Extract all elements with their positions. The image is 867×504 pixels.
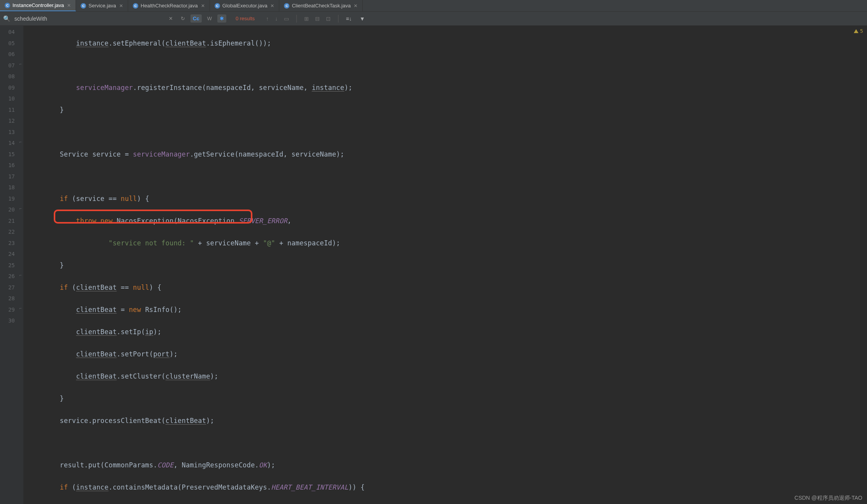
code-line: } (27, 260, 867, 271)
tab-label: HealthCheckReactor.java (141, 3, 198, 9)
settings-icon[interactable]: ≡↓ (344, 14, 354, 23)
tab-label: Service.java (88, 3, 116, 9)
code-line: clientBeat.setIp(ip); (27, 326, 867, 338)
editor: ⌐ ⌐ ⌐ ⌐ ⌐ 040506070809101112131415161718… (0, 26, 867, 504)
tab-label: ClientBeatCheckTask.java (292, 3, 351, 9)
tab-client-beat-check-task[interactable]: C ClientBeatCheckTask.java ✕ (279, 0, 363, 11)
results-count: 0 results (236, 16, 255, 21)
add-selection-icon[interactable]: ⊞ (302, 14, 311, 23)
warning-icon (854, 29, 858, 33)
close-icon[interactable]: ✕ (67, 3, 71, 8)
code-line: if (clientBeat == null) { (27, 282, 867, 293)
fold-end-icon[interactable]: ⌐ (18, 207, 22, 211)
code-line (27, 127, 867, 138)
tab-label: InstanceController.java (12, 2, 64, 8)
select-all-icon[interactable]: ▭ (282, 14, 291, 23)
code-line: service.processClientBeat(clientBeat); (27, 415, 867, 426)
code-line (27, 60, 867, 71)
tab-instance-controller[interactable]: C InstanceController.java ✕ (0, 0, 76, 11)
close-icon[interactable]: ✕ (201, 3, 205, 9)
java-class-icon: C (81, 3, 86, 9)
close-icon[interactable]: ✕ (119, 3, 123, 9)
prev-match-icon[interactable]: ↑ (264, 14, 271, 23)
java-class-icon: C (284, 3, 289, 9)
code-line: clientBeat = new RsInfo(); (27, 304, 867, 315)
tab-label: GlobalExecutor.java (222, 3, 268, 9)
search-nav: ↑ ↓ ▭ (264, 14, 291, 23)
fold-end-icon[interactable]: ⌐ (18, 140, 22, 144)
fold-end-icon[interactable]: ⌐ (18, 307, 22, 310)
code-line (27, 171, 867, 182)
code-line (27, 437, 867, 449)
close-icon[interactable]: ✕ (270, 3, 274, 9)
fold-end-icon[interactable]: ⌐ (18, 273, 22, 277)
java-class-icon: C (215, 3, 220, 9)
code-line: serviceManager.registerInstance(namespac… (27, 82, 867, 93)
code-line: if (instance.containsMetadata(PreservedM… (27, 482, 867, 493)
search-icon: 🔍 (3, 15, 11, 22)
filter-icon[interactable]: ▼ (358, 14, 367, 23)
remove-selection-icon[interactable]: ⊟ (313, 14, 322, 23)
inspection-badge[interactable]: 5 (854, 28, 863, 34)
code-line: if (service == null) { (27, 193, 867, 204)
words-button[interactable]: W (205, 14, 214, 23)
match-case-button[interactable]: Cc (190, 14, 202, 23)
find-toolbar: 🔍 ✕ ↻ Cc W ✱ 0 results ↑ ↓ ▭ ⊞ ⊟ ⊡ ≡↓ ▼ (0, 12, 867, 26)
warning-count: 5 (860, 28, 863, 34)
regex-button[interactable]: ✱ (217, 14, 226, 23)
code-line: } (27, 393, 867, 404)
search-input[interactable] (14, 16, 162, 22)
tab-service[interactable]: C Service.java ✕ (76, 0, 128, 11)
fold-end-icon[interactable]: ⌐ (18, 62, 22, 66)
editor-tabs: C InstanceController.java ✕ C Service.ja… (0, 0, 867, 12)
close-search-icon[interactable]: ✕ (166, 14, 175, 23)
tab-health-check-reactor[interactable]: C HealthCheckReactor.java ✕ (128, 0, 210, 11)
fold-strip: ⌐ ⌐ ⌐ ⌐ ⌐ (16, 26, 23, 504)
search-options: ✕ ↻ Cc W ✱ (166, 14, 226, 23)
code-line: result.put(CommonParams.CODE, NamingResp… (27, 460, 867, 471)
toggle-icon[interactable]: ⊡ (324, 14, 333, 23)
code-line: clientBeat.setCluster(clusterName); (27, 371, 867, 382)
history-icon[interactable]: ↻ (178, 14, 187, 23)
code-line: throw new NacosException(NacosException.… (27, 215, 867, 227)
watermark: CSDN @程序员劝退师-TAO (795, 495, 862, 502)
close-icon[interactable]: ✕ (354, 3, 358, 9)
java-class-icon: C (133, 3, 138, 9)
code-line: instance.setEphemeral(clientBeat.isEphem… (27, 38, 867, 49)
divider (338, 15, 338, 23)
code-line: Service service = serviceManager.getServ… (27, 149, 867, 160)
divider (296, 15, 297, 23)
line-gutter: ⌐ ⌐ ⌐ ⌐ ⌐ 040506070809101112131415161718… (0, 26, 23, 504)
code-line: } (27, 104, 867, 116)
code-line: "service not found: " + serviceName + "@… (27, 238, 867, 249)
code-area[interactable]: instance.setEphemeral(clientBeat.isEphem… (23, 26, 867, 504)
search-extra: ⊞ ⊟ ⊡ (302, 14, 333, 23)
java-class-icon: C (5, 3, 10, 8)
next-match-icon[interactable]: ↓ (273, 14, 280, 23)
code-line: clientBeat.setPort(port); (27, 349, 867, 360)
tab-global-executor[interactable]: C GlobalExecutor.java ✕ (210, 0, 280, 11)
